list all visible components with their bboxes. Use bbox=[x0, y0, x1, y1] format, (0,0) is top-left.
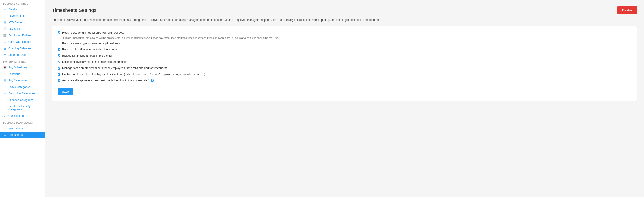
sidebar-item-leave-categories[interactable]: ✈ Leave Categories bbox=[0, 84, 44, 90]
deduction-categories-icon: ✦ bbox=[3, 92, 7, 95]
sidebar-item-qualifications[interactable]: ✓ Qualifications bbox=[0, 112, 44, 119]
business-management-section-label: BUSINESS MANAGEMENT bbox=[0, 119, 44, 125]
page-title: Timesheets Settings bbox=[52, 8, 96, 13]
save-button[interactable]: Save bbox=[58, 88, 73, 95]
locations-icon: ◎ bbox=[3, 72, 7, 76]
notify-rejected-label[interactable]: Notify employees when their timesheets a… bbox=[62, 60, 127, 64]
managers-create-checkbox[interactable] bbox=[58, 67, 60, 70]
auto-approve-info-icon[interactable]: i bbox=[151, 79, 154, 82]
chart-of-accounts-icon: ≡ bbox=[3, 40, 7, 44]
setting-higher-classifications: Enable employees to select higher classi… bbox=[58, 72, 631, 76]
setting-require-location: Require a location when entering timeshe… bbox=[58, 48, 631, 52]
include-notes-label[interactable]: Include all timesheet notes in the pay r… bbox=[62, 54, 113, 58]
page-header: Timesheets Settings Disable bbox=[52, 6, 637, 14]
sidebar-item-pay-slips[interactable]: 📄 Pay Slips bbox=[0, 26, 44, 32]
higher-classifications-checkbox[interactable] bbox=[58, 73, 60, 76]
sidebar-item-employing-entities[interactable]: 🏢 Employing Entities bbox=[0, 32, 44, 38]
settings-card: Require start/end times when entering ti… bbox=[52, 26, 637, 101]
timesheets-icon: ⊙ bbox=[3, 133, 7, 136]
higher-classifications-label[interactable]: Enable employees to select higher classi… bbox=[62, 72, 205, 76]
details-icon: ✦ bbox=[3, 8, 7, 11]
setting-managers-create: Managers can create timesheets for all e… bbox=[58, 66, 631, 70]
superannuation-icon: ✦ bbox=[3, 53, 7, 56]
sidebar-item-superannuation[interactable]: ✦ Superannuation bbox=[0, 52, 44, 58]
payment-files-icon: ⊞ bbox=[3, 14, 7, 18]
sidebar-item-details[interactable]: ✦ Details bbox=[0, 6, 44, 12]
integrations-icon: ↗ bbox=[3, 127, 7, 130]
pay-slips-icon: 📄 bbox=[3, 27, 7, 30]
require-work-type-checkbox[interactable] bbox=[58, 42, 60, 45]
require-start-end-hint: If this is unchecked, employees will be … bbox=[62, 36, 631, 40]
require-work-type-label[interactable]: Require a work type when entering timesh… bbox=[62, 42, 120, 46]
qualifications-icon: ✓ bbox=[3, 114, 7, 118]
sidebar-item-chart-of-accounts[interactable]: ≡ Chart Of Accounts bbox=[0, 38, 44, 45]
setting-auto-approve: Automatically approve a timesheet that i… bbox=[58, 79, 631, 83]
sidebar-item-opening-balances[interactable]: ◎ Opening Balances bbox=[0, 45, 44, 52]
sidebar-item-pay-categories[interactable]: ⊞ Pay Categories bbox=[0, 77, 44, 84]
setting-require-start-end: Require start/end times when entering ti… bbox=[58, 31, 631, 35]
sidebar-item-ato-settings[interactable]: ⊟ ATO Settings bbox=[0, 19, 44, 26]
main-content: Timesheets Settings Disable Timesheets a… bbox=[45, 0, 644, 197]
expense-categories-icon: ⊞ bbox=[3, 98, 7, 102]
require-start-end-checkbox[interactable] bbox=[58, 32, 60, 34]
include-notes-checkbox[interactable] bbox=[58, 54, 60, 57]
ato-settings-icon: ⊟ bbox=[3, 20, 7, 24]
require-start-end-label[interactable]: Require start/end times when entering ti… bbox=[62, 31, 124, 35]
pay-schedules-icon: 📅 bbox=[3, 66, 7, 69]
sidebar-item-payment-files[interactable]: ⊞ Payment Files bbox=[0, 12, 44, 19]
auto-approve-checkbox[interactable] bbox=[58, 79, 60, 82]
employing-entities-icon: 🏢 bbox=[3, 34, 7, 37]
business-settings-section-label: BUSINESS SETTINGS bbox=[0, 0, 44, 6]
auto-approve-label[interactable]: Automatically approve a timesheet that i… bbox=[62, 79, 154, 83]
sidebar-item-employer-liability-categories[interactable]: ⊟ Employer Liability Categories bbox=[0, 103, 44, 112]
sidebar-item-pay-schedules[interactable]: 📅 Pay Schedules bbox=[0, 64, 44, 70]
setting-notify-rejected: Notify employees when their timesheets a… bbox=[58, 60, 631, 64]
sidebar-item-deduction-categories[interactable]: ✦ Deduction Categories bbox=[0, 90, 44, 96]
setting-include-notes: Include all timesheet notes in the pay r… bbox=[58, 54, 631, 58]
sidebar-item-integrations[interactable]: ↗ Integrations bbox=[0, 125, 44, 132]
setting-require-work-type: Require a work type when entering timesh… bbox=[58, 42, 631, 46]
leave-categories-icon: ✈ bbox=[3, 85, 7, 88]
managers-create-label[interactable]: Managers can create timesheets for all e… bbox=[62, 66, 167, 70]
require-location-checkbox[interactable] bbox=[58, 48, 60, 51]
employer-liability-icon: ⊟ bbox=[3, 106, 7, 110]
pay-categories-icon: ⊞ bbox=[3, 79, 7, 82]
sidebar-item-timesheets[interactable]: ⊙ Timesheets bbox=[0, 132, 44, 138]
pay-run-settings-section-label: PAY RUN SETTINGS bbox=[0, 58, 44, 64]
page-description: Timesheets allows your employees to ente… bbox=[52, 18, 637, 22]
sidebar-item-locations[interactable]: ◎ Locations bbox=[0, 70, 44, 77]
opening-balances-icon: ◎ bbox=[3, 46, 7, 50]
sidebar-item-expense-categories[interactable]: ⊞ Expense Categories bbox=[0, 96, 44, 103]
require-location-label[interactable]: Require a location when entering timeshe… bbox=[62, 48, 118, 52]
sidebar: BUSINESS SETTINGS ✦ Details ⊞ Payment Fi… bbox=[0, 0, 45, 197]
notify-rejected-checkbox[interactable] bbox=[58, 60, 60, 64]
disable-button[interactable]: Disable bbox=[617, 6, 637, 14]
